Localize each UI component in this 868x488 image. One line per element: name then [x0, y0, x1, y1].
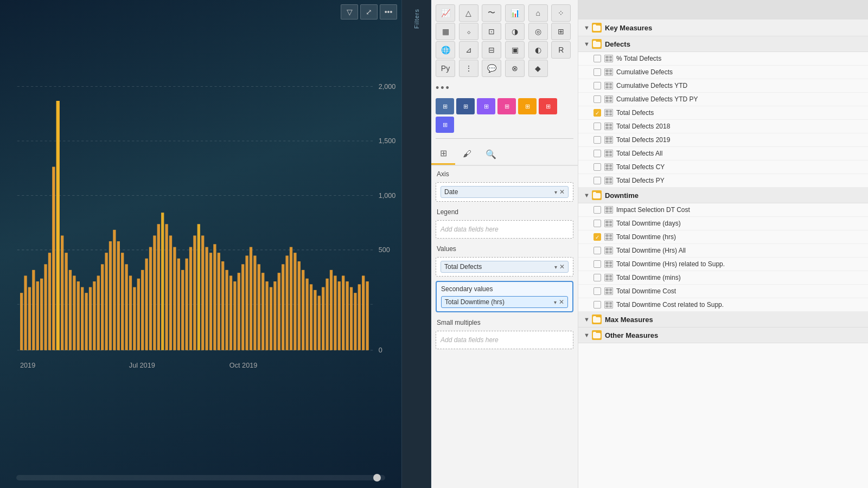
- field-total-defects-2018[interactable]: Total Defects 2018: [578, 120, 868, 133]
- axis-field-box[interactable]: Date ▾ ✕: [436, 182, 573, 202]
- viz-icon-triangle[interactable]: △: [459, 4, 478, 22]
- subsection-other-measures[interactable]: ▼ Other Measures: [578, 328, 868, 343]
- values-close-icon[interactable]: ✕: [559, 263, 565, 271]
- more-button[interactable]: •••: [380, 4, 397, 20]
- viz-icon-qna[interactable]: 💬: [482, 60, 501, 77]
- checkbox-cumulative-defects-ytd[interactable]: [593, 82, 601, 89]
- viz-icon-gauge[interactable]: ◐: [528, 41, 548, 59]
- viz-icon-wave[interactable]: 〜: [482, 4, 501, 22]
- field-name-total-downtime-hrs-all: Total Downtime (Hrs) All: [616, 247, 686, 254]
- field-total-downtime-hrs-all[interactable]: Total Downtime (Hrs) All: [578, 244, 868, 258]
- field-impact-selection-dt-cost[interactable]: Impact Selection DT Cost: [578, 203, 868, 217]
- checkbox-total-defects-cy[interactable]: [593, 163, 601, 171]
- color-btn-3[interactable]: ⊞: [477, 98, 495, 114]
- viz-icon-decomp[interactable]: ⋮: [459, 60, 478, 77]
- checkbox-total-downtime-days[interactable]: [593, 220, 601, 227]
- field-total-defects-cy[interactable]: Total Defects CY: [578, 160, 868, 174]
- field-total-defects-py[interactable]: Total Defects PY: [578, 174, 868, 188]
- field-total-downtime-mins[interactable]: Total Downtime (mins): [578, 271, 868, 285]
- svg-rect-26: [81, 287, 84, 350]
- tab-grid[interactable]: ⊞: [431, 143, 455, 165]
- viz-icon-bar2[interactable]: ▦: [436, 23, 455, 40]
- checkbox-pct-total-defects[interactable]: [593, 55, 601, 62]
- viz-icon-tree[interactable]: ⊿: [459, 41, 478, 59]
- field-total-downtime-hrs-supp[interactable]: Total Downtime (Hrs) related to Supp.: [578, 258, 868, 271]
- svg-rect-34: [113, 230, 116, 350]
- tab-format[interactable]: 🖌: [455, 143, 479, 165]
- checkbox-cumulative-defects[interactable]: [593, 68, 601, 76]
- viz-icon-map[interactable]: 🌐: [436, 41, 455, 59]
- color-btn-1[interactable]: ⊞: [436, 98, 454, 114]
- field-total-defects-2019[interactable]: Total Defects 2019: [578, 133, 868, 147]
- field-cumulative-defects[interactable]: Cumulative Defects: [578, 66, 868, 79]
- secondary-close-icon[interactable]: ✕: [559, 298, 564, 306]
- field-cumulative-defects-ytd-py[interactable]: Cumulative Defects YTD PY: [578, 93, 868, 106]
- chart-scrollbar[interactable]: [16, 475, 385, 480]
- checkbox-total-downtime-hrs-all[interactable]: [593, 247, 601, 254]
- viz-icon-donut[interactable]: ◎: [528, 23, 548, 40]
- field-cumulative-defects-ytd[interactable]: Cumulative Defects YTD: [578, 79, 868, 93]
- secondary-values-chip[interactable]: Total Downtime (hrs) ▾ ✕: [441, 296, 568, 308]
- filter-button[interactable]: ▽: [341, 4, 358, 20]
- checkbox-total-downtime-mins[interactable]: [593, 274, 601, 281]
- svg-rect-71: [261, 273, 264, 350]
- field-total-defects-all[interactable]: Total Defects All: [578, 147, 868, 160]
- type-icon-cumulative-defects-ytd-py: [604, 95, 613, 103]
- viz-icon-funnel[interactable]: ⬦: [459, 23, 478, 40]
- color-btn-6[interactable]: ⊞: [539, 98, 557, 114]
- values-field-chip[interactable]: Total Defects ▾ ✕: [441, 261, 569, 273]
- checkbox-total-defects-2019[interactable]: [593, 136, 601, 144]
- axis-field-chip[interactable]: Date ▾ ✕: [441, 186, 569, 198]
- small-multiples-field-box[interactable]: Add data fields here: [436, 331, 573, 349]
- viz-icon-line[interactable]: 📈: [436, 4, 455, 22]
- viz-icon-kpi[interactable]: ▣: [505, 41, 525, 59]
- values-field-box[interactable]: Total Defects ▾ ✕: [436, 257, 573, 277]
- checkbox-impact-selection-dt-cost[interactable]: [593, 206, 601, 214]
- field-pct-total-defects[interactable]: % Total Defects: [578, 52, 868, 66]
- checkbox-total-downtime-hrs[interactable]: [593, 233, 601, 241]
- tab-analytics[interactable]: 🔍: [479, 143, 503, 165]
- legend-field-box[interactable]: Add data fields here: [436, 220, 573, 239]
- checkbox-total-defects-py[interactable]: [593, 177, 601, 184]
- field-total-defects[interactable]: Total Defects: [578, 106, 868, 120]
- section-key-measures[interactable]: ▼ Key Measures: [578, 20, 868, 36]
- checkbox-total-downtime-cost[interactable]: [593, 287, 601, 295]
- viz-icon-table[interactable]: ⊞: [551, 23, 571, 40]
- viz-icon-combo[interactable]: ⌂: [528, 4, 548, 22]
- viz-icon-matrix[interactable]: ⊟: [482, 41, 501, 59]
- checkbox-total-downtime-cost-supp[interactable]: [593, 301, 601, 309]
- viz-icon-dot[interactable]: ⊡: [482, 23, 501, 40]
- color-btn-4[interactable]: ⊞: [497, 98, 516, 114]
- viz-icon-custom[interactable]: ◆: [528, 60, 548, 77]
- viz-tabs: ⊞ 🖌 🔍: [431, 143, 578, 166]
- field-total-downtime-cost[interactable]: Total Downtime Cost: [578, 285, 868, 298]
- checkbox-total-downtime-hrs-supp[interactable]: [593, 260, 601, 268]
- expand-button[interactable]: ⤢: [360, 4, 378, 20]
- color-btn-2[interactable]: ⊞: [456, 98, 475, 114]
- subsection-max-measures[interactable]: ▼ Max Measures: [578, 312, 868, 328]
- chart-scroll-thumb[interactable]: [373, 474, 381, 481]
- svg-rect-59: [213, 244, 216, 350]
- viz-icon-smart[interactable]: ⊗: [505, 60, 525, 77]
- subsection-defects[interactable]: ▼ Defects: [578, 36, 868, 52]
- axis-close-icon[interactable]: ✕: [559, 188, 565, 196]
- svg-rect-30: [97, 275, 100, 350]
- svg-rect-45: [157, 224, 160, 350]
- color-btn-7[interactable]: ⊞: [436, 117, 454, 133]
- fields-search-input[interactable]: [584, 6, 863, 14]
- subsection-downtime[interactable]: ▼ Downtime: [578, 188, 868, 203]
- svg-text:0: 0: [379, 346, 382, 354]
- field-total-downtime-hrs[interactable]: Total Downtime (hrs): [578, 230, 868, 244]
- checkbox-total-defects-all[interactable]: [593, 150, 601, 157]
- checkbox-total-defects-2018[interactable]: [593, 123, 601, 130]
- color-btn-5[interactable]: ⊞: [518, 98, 537, 114]
- field-total-downtime-cost-supp[interactable]: Total Downtime Cost related to Supp.: [578, 298, 868, 312]
- viz-icon-card[interactable]: R: [551, 41, 571, 59]
- viz-icon-scatter[interactable]: ⁘: [551, 4, 571, 22]
- checkbox-cumulative-defects-ytd-py[interactable]: [593, 95, 601, 103]
- viz-icon-py[interactable]: Py: [436, 60, 455, 77]
- viz-icon-pie[interactable]: ◑: [505, 23, 525, 40]
- checkbox-total-defects[interactable]: [593, 109, 601, 117]
- viz-icon-bar[interactable]: 📊: [505, 4, 525, 22]
- field-total-downtime-days[interactable]: Total Downtime (days): [578, 217, 868, 230]
